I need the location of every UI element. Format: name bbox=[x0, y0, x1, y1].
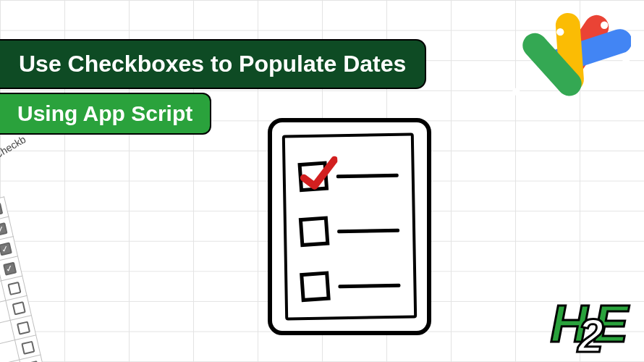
title-primary: Use Checkboxes to Populate Dates bbox=[0, 39, 426, 89]
checkbox-icon bbox=[300, 271, 331, 302]
checklist-row bbox=[300, 271, 401, 301]
apps-script-icon bbox=[495, 12, 631, 120]
svg-point-6 bbox=[601, 22, 608, 29]
checkbox-icon bbox=[12, 301, 25, 315]
logo-number-2: 2 bbox=[577, 309, 599, 362]
checkbox-icon: ✓ bbox=[0, 222, 7, 236]
checklist-line bbox=[337, 228, 399, 233]
checkbox-icon bbox=[16, 321, 30, 334]
h2e-logo: H 2 E bbox=[550, 294, 624, 353]
checklist-line bbox=[338, 283, 400, 288]
checklist-line bbox=[336, 173, 399, 178]
svg-point-7 bbox=[622, 58, 630, 65]
clipboard-inner bbox=[282, 132, 417, 320]
checkbox-icon: ✓ bbox=[0, 202, 3, 216]
svg-point-5 bbox=[556, 28, 564, 35]
checkbox-icon bbox=[7, 281, 21, 295]
checkbox-icon bbox=[21, 340, 35, 354]
svg-point-4 bbox=[512, 88, 520, 95]
checklist-clipboard bbox=[268, 118, 431, 335]
checkmark-icon bbox=[298, 153, 340, 195]
checklist-row bbox=[300, 216, 400, 246]
checklist-row bbox=[298, 161, 399, 191]
title-secondary: Using App Script bbox=[0, 93, 211, 135]
checkbox-icon bbox=[297, 161, 329, 193]
checkbox-icon bbox=[299, 216, 330, 248]
checkbox-icon: ✓ bbox=[2, 261, 16, 275]
checkbox-icon: ✓ bbox=[0, 242, 12, 256]
